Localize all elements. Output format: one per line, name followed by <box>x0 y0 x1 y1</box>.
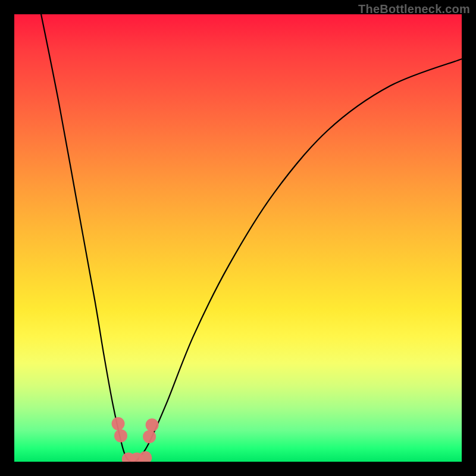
marker-trough-right <box>139 451 152 462</box>
plot-area <box>14 14 462 462</box>
curve-svg <box>14 14 462 462</box>
bottleneck-curve <box>41 14 462 462</box>
marker-dip-right-upper <box>146 418 159 431</box>
marker-dip-right-lower <box>143 430 156 443</box>
marker-dip-left-lower <box>114 429 127 442</box>
marker-group <box>112 417 159 462</box>
chart-frame: TheBottleneck.com <box>0 0 476 476</box>
watermark-text: TheBottleneck.com <box>358 2 470 16</box>
marker-dip-left-upper <box>112 417 125 430</box>
